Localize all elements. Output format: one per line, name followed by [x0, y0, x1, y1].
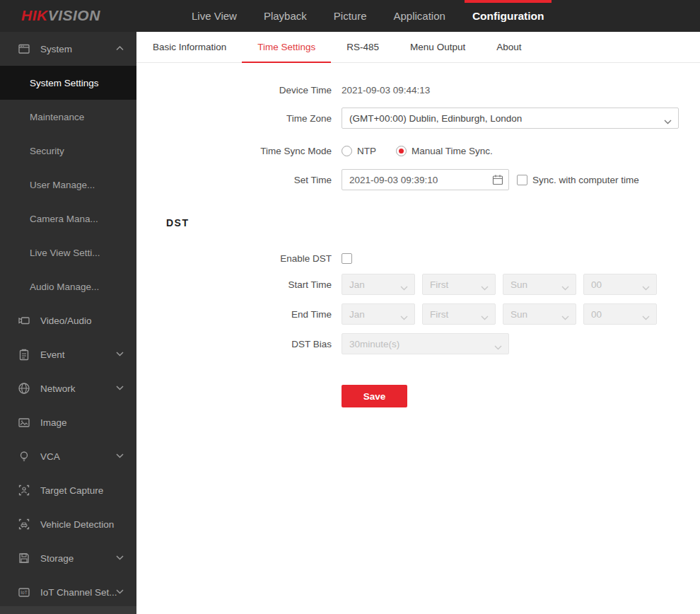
ntp-radio[interactable] [342, 146, 352, 156]
chevron-down-icon [400, 312, 408, 323]
chevron-down-icon [642, 312, 650, 323]
logo-hik: HIK [21, 7, 48, 23]
logo-vision: VISION [48, 7, 100, 23]
video-audio-icon [18, 314, 30, 327]
start-time-label: Start Time [136, 279, 332, 290]
sidebar-item-security[interactable]: Security [0, 134, 136, 168]
chevron-up-icon [116, 46, 124, 51]
sidebar-item-label: System Settings [30, 78, 99, 88]
dst-bias-row: DST Bias 30minute(s) [136, 333, 700, 354]
save-button[interactable]: Save [342, 385, 407, 407]
sidebar-item-label: Network [40, 383, 76, 394]
sidebar-item-storage[interactable]: Storage [0, 541, 136, 575]
time-sync-mode-row: Time Sync Mode NTP Manual Time Sync. [136, 143, 700, 158]
dst-bias-label: DST Bias [136, 339, 332, 349]
enable-dst-label: Enable DST [136, 253, 332, 264]
image-icon [18, 416, 30, 429]
sidebar-item-event[interactable]: Event [0, 337, 136, 371]
sidebar-item-network[interactable]: Network [0, 371, 136, 405]
tab-about[interactable]: About [481, 32, 537, 62]
hikvision-logo: HIKVISION [21, 7, 100, 24]
end-hour-value: 00 [591, 309, 602, 320]
enable-dst-row: Enable DST [136, 251, 700, 265]
ntp-radio-group: NTP [342, 146, 376, 156]
nav-application[interactable]: Application [380, 0, 459, 32]
sidebar-item-vehicle-detection[interactable]: Vehicle Detection [0, 507, 136, 541]
sidebar-item-system-settings[interactable]: System Settings [0, 66, 136, 100]
nav-picture[interactable]: Picture [320, 0, 380, 32]
sidebar-item-label: Video/Audio [40, 315, 92, 326]
sidebar-item-video-audio[interactable]: Video/Audio [0, 303, 136, 337]
chevron-down-icon [664, 116, 672, 127]
time-zone-label: Time Zone [136, 113, 332, 124]
sidebar-item-label: User Manage... [30, 180, 95, 190]
tab-menu-output[interactable]: Menu Output [395, 32, 481, 62]
chevron-down-icon [116, 589, 124, 594]
sidebar: System System Settings Maintenance Secur… [0, 32, 136, 614]
tab-time-settings[interactable]: Time Settings [242, 32, 331, 62]
chevron-down-icon [116, 453, 124, 458]
sidebar-item-live-view-settings[interactable]: Live View Setti... [0, 236, 136, 270]
sidebar-item-label: Camera Mana... [30, 214, 98, 224]
sidebar-item-iot-channel-settings[interactable]: IoT IoT Channel Set... [0, 575, 136, 609]
topbar: HIKVISION Live View Playback Picture App… [0, 0, 700, 32]
vehicle-detection-icon [18, 518, 30, 531]
main-nav: Live View Playback Picture Application C… [178, 0, 557, 32]
sidebar-item-label: Storage [40, 553, 74, 564]
nav-live-view[interactable]: Live View [178, 0, 250, 32]
sidebar-item-label: Image [40, 417, 67, 428]
end-week-value: First [430, 309, 448, 320]
sidebar-item-image[interactable]: Image [0, 405, 136, 439]
sidebar-item-label: Maintenance [30, 112, 84, 122]
chevron-down-icon [481, 312, 489, 323]
settings-tabbar: Basic Information Time Settings RS-485 M… [136, 32, 700, 63]
sidebar-item-system[interactable]: System [0, 32, 136, 66]
end-hour-select: 00 [583, 303, 657, 325]
sync-with-computer-label: Sync. with computer time [532, 175, 639, 185]
set-time-row: Set Time Sync. with computer time [136, 169, 700, 190]
start-day-value: Sun [511, 279, 527, 290]
storage-icon [18, 552, 30, 564]
set-time-input-wrap [342, 169, 509, 190]
sidebar-item-label: Security [30, 146, 64, 156]
set-time-input[interactable] [342, 169, 509, 190]
time-zone-select[interactable]: (GMT+00:00) Dublin, Edinburgh, London [342, 108, 679, 129]
sidebar-item-maintenance[interactable]: Maintenance [0, 100, 136, 134]
nav-playback[interactable]: Playback [250, 0, 320, 32]
sidebar-item-label: Live View Setti... [30, 248, 100, 258]
time-sync-mode-label: Time Sync Mode [136, 146, 332, 156]
chevron-down-icon [116, 555, 124, 560]
end-day-value: Sun [511, 309, 527, 320]
chevron-down-icon [481, 282, 489, 293]
sync-with-computer-checkbox[interactable] [517, 175, 527, 185]
vca-lightbulb-icon [18, 450, 30, 463]
chevron-down-icon [116, 386, 124, 390]
tab-basic-information[interactable]: Basic Information [137, 32, 242, 62]
sidebar-item-audio-management[interactable]: Audio Manage... [0, 270, 136, 303]
sidebar-item-vca[interactable]: VCA [0, 439, 136, 473]
network-icon [18, 382, 30, 395]
manual-time-sync-radio[interactable] [396, 146, 407, 156]
iot-channel-icon: IoT [18, 586, 30, 598]
chevron-down-icon [561, 282, 569, 293]
sidebar-item-user-management[interactable]: User Manage... [0, 168, 136, 202]
enable-dst-checkbox[interactable] [342, 253, 352, 264]
dst-bias-value: 30minute(s) [349, 339, 399, 349]
tab-rs-485[interactable]: RS-485 [331, 32, 395, 62]
time-zone-selected-value: (GMT+00:00) Dublin, Edinburgh, London [349, 113, 522, 124]
sidebar-item-target-capture[interactable]: Target Capture [0, 473, 136, 507]
calendar-icon[interactable] [492, 174, 503, 188]
target-capture-icon [18, 484, 30, 497]
nav-configuration[interactable]: Configuration [459, 0, 558, 32]
time-settings-panel: Device Time 2021-09-03 09:44:13 Time Zon… [136, 64, 700, 614]
end-time-label: End Time [136, 309, 332, 320]
end-month-select: Jan [342, 303, 415, 325]
chevron-down-icon [561, 312, 569, 323]
device-time-value: 2021-09-03 09:44:13 [342, 85, 430, 95]
manual-sync-radio-group: Manual Time Sync. [396, 146, 493, 156]
ntp-radio-label: NTP [357, 146, 376, 156]
save-row: Save [342, 385, 700, 407]
sidebar-item-camera-management[interactable]: Camera Mana... [0, 202, 136, 236]
device-time-row: Device Time 2021-09-03 09:44:13 [136, 83, 700, 97]
sidebar-item-label: Target Capture [40, 485, 103, 496]
